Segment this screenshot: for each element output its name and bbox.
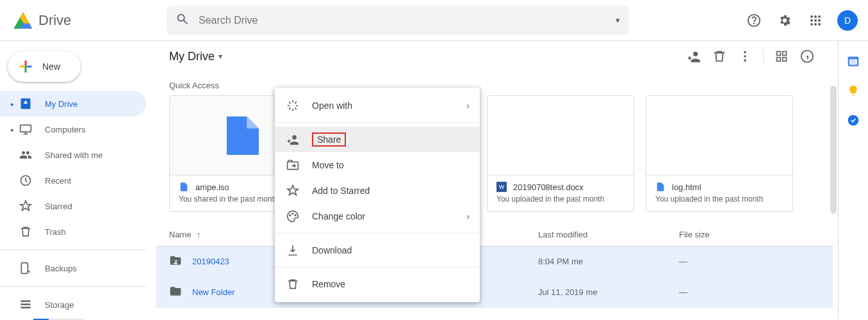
ctx-label: Share — [312, 132, 346, 147]
right-addons-panel: 31 — [839, 41, 868, 320]
toolbar: My Drive ▾ — [156, 41, 833, 72]
apps-grid-icon[interactable] — [803, 8, 828, 33]
logo-area[interactable]: Drive — [10, 8, 167, 33]
expand-icon[interactable]: ▸ — [6, 126, 18, 133]
quick-access-title: Quick Access — [156, 72, 833, 95]
word-file-icon: W — [496, 182, 507, 192]
ctx-open-with[interactable]: Open with › — [275, 93, 480, 118]
qa-card[interactable]: W20190708test.docx You uploaded in the p… — [487, 95, 634, 212]
svg-point-39 — [290, 215, 291, 216]
search-dropdown-icon[interactable]: ▾ — [616, 15, 620, 25]
ctx-label: Remove — [312, 279, 345, 289]
row-lm: Jul 11, 2019 me — [538, 287, 679, 297]
divider — [0, 286, 146, 287]
col-name[interactable]: Name — [169, 230, 192, 239]
info-icon[interactable] — [794, 44, 820, 69]
sidebar: New ▸ My Drive ▸ Computers Shared with m… — [0, 41, 156, 320]
sidebar-item-shared[interactable]: Shared with me — [0, 142, 146, 168]
star-icon — [285, 184, 300, 197]
divider — [0, 250, 146, 250]
my-drive-icon — [18, 97, 33, 110]
more-options-icon[interactable] — [732, 44, 758, 69]
svg-rect-18 — [20, 125, 31, 132]
svg-point-41 — [295, 215, 296, 216]
computers-icon — [18, 123, 33, 136]
qa-card[interactable]: log.html You uploaded in the past month — [646, 95, 793, 212]
tasks-addon-icon[interactable] — [847, 114, 860, 127]
nav-label: Storage — [45, 300, 74, 310]
scrollbar[interactable] — [830, 41, 838, 320]
separator — [275, 122, 480, 123]
ctx-move-to[interactable]: Move to — [275, 152, 480, 178]
ctx-label: Add to Starred — [312, 186, 370, 196]
svg-text:31: 31 — [851, 59, 856, 65]
ctx-label: Change color — [312, 211, 365, 221]
separator — [275, 233, 480, 234]
delete-icon[interactable] — [707, 44, 732, 69]
sort-arrow-icon[interactable]: ↑ — [197, 230, 201, 239]
sidebar-item-backups[interactable]: Backups — [0, 255, 146, 281]
nav-label: Starred — [45, 202, 72, 211]
list-row[interactable]: 20190423 me 8:04 PM me — — [156, 246, 833, 277]
chevron-right-icon: › — [466, 211, 470, 221]
sidebar-item-storage[interactable]: Storage — [0, 292, 146, 317]
view-grid-icon[interactable] — [769, 44, 794, 69]
quick-access-row: ampe.iso You shared in the past month W2… — [156, 95, 833, 212]
move-to-icon — [285, 159, 300, 172]
row-lm: 8:04 PM me — [538, 257, 679, 266]
svg-rect-29 — [777, 58, 781, 61]
sidebar-item-recent[interactable]: Recent — [0, 168, 146, 193]
nav-label: Trash — [45, 227, 66, 237]
svg-rect-27 — [777, 52, 781, 56]
shared-icon — [18, 148, 33, 161]
remove-trash-icon — [285, 278, 300, 291]
dropdown-icon: ▾ — [218, 52, 222, 61]
svg-point-8 — [754, 23, 755, 24]
list-row[interactable]: New Folder me Jul 11, 2019 me — — [156, 277, 833, 308]
ctx-change-color[interactable]: Change color › — [275, 204, 480, 229]
keep-addon-icon[interactable] — [847, 84, 860, 97]
ctx-add-starred[interactable]: Add to Starred — [275, 178, 480, 204]
ctx-remove[interactable]: Remove — [275, 271, 480, 297]
qa-thumb — [646, 96, 792, 175]
col-last-modified[interactable]: Last modified — [538, 230, 679, 239]
svg-point-13 — [814, 19, 817, 22]
recent-icon — [18, 174, 33, 187]
ctx-label: Open with — [312, 100, 352, 111]
new-button[interactable]: New — [8, 51, 81, 82]
search-bar[interactable]: ▾ — [167, 6, 629, 35]
nav-label: My Drive — [45, 99, 78, 109]
svg-point-24 — [744, 51, 746, 54]
ctx-label: Download — [312, 245, 352, 255]
sidebar-item-computers[interactable]: ▸ Computers — [0, 116, 146, 142]
svg-point-10 — [814, 15, 817, 18]
help-icon[interactable] — [741, 8, 767, 33]
ctx-download[interactable]: Download — [275, 237, 480, 263]
list-header: Name↑ Last modified File size — [156, 223, 833, 246]
separator — [275, 267, 480, 268]
folder-name: My Drive — [169, 50, 215, 63]
qa-name: ampe.iso — [195, 182, 229, 192]
folder-shared-icon — [169, 254, 182, 269]
expand-icon[interactable]: ▸ — [6, 100, 18, 108]
new-button-label: New — [42, 61, 60, 72]
sidebar-item-my-drive[interactable]: ▸ My Drive — [0, 91, 146, 116]
share-person-icon[interactable] — [681, 44, 707, 69]
logo-text: Drive — [38, 12, 71, 29]
nav-label: Recent — [45, 176, 71, 186]
sidebar-item-trash[interactable]: Trash — [0, 219, 146, 244]
folder-icon — [169, 285, 182, 300]
ctx-share[interactable]: Share — [275, 127, 480, 152]
calendar-addon-icon[interactable]: 31 — [847, 55, 860, 68]
nav-label: Shared with me — [45, 150, 102, 160]
svg-rect-20 — [21, 263, 28, 274]
svg-point-14 — [818, 19, 821, 22]
user-avatar[interactable]: D — [837, 10, 858, 31]
col-file-size[interactable]: File size — [679, 230, 820, 239]
settings-gear-icon[interactable] — [772, 8, 798, 33]
search-input[interactable] — [199, 15, 616, 26]
folder-path[interactable]: My Drive ▾ — [169, 50, 222, 63]
sidebar-item-starred[interactable]: Starred — [0, 193, 146, 219]
svg-rect-21 — [21, 300, 31, 302]
svg-point-16 — [814, 23, 817, 26]
